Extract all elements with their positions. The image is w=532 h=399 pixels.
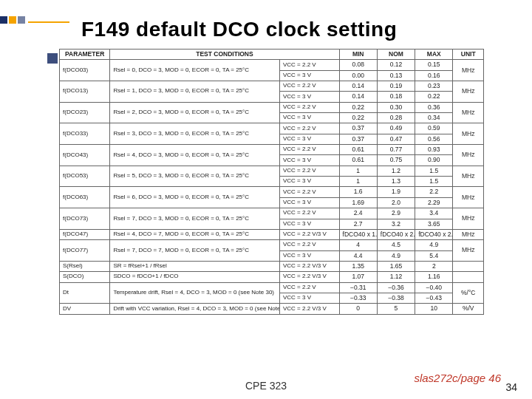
table-row: f(DCO53)Rsel = 5, DCO = 3, MOD = 0, ECOR… [60,166,484,176]
cell-unit: MHz [453,187,484,208]
cell-nom: 1.65 [377,261,415,271]
cell-vcc: VCC = 2.2 V [279,208,339,219]
cell-nom: 0.47 [377,134,415,144]
cell-vcc: VCC = 2.2 V [279,240,339,250]
cell-nom: 0.18 [377,92,415,102]
cell-nom: 0.13 [377,70,415,81]
cell-min: −0.33 [339,293,377,303]
cell-max: 0.93 [415,145,453,155]
cell-min: 1 [339,177,377,187]
accent-line [28,21,69,23]
cell-nom: −0.36 [377,282,415,293]
accent-square [18,16,25,24]
accent-decor [0,16,69,24]
cell-param: f(DCO47) [60,229,110,239]
cell-min: 1.6 [339,187,377,197]
cell-cond: Drift with VCC variation, Rsel = 4, DCO … [110,304,280,314]
th-max: MAX [415,50,453,60]
cell-min: 0 [339,304,377,314]
cell-max: 2.29 [415,197,453,208]
cell-vcc: VCC = 2.2 V/3 V [279,229,339,239]
cell-param: f(DCO43) [60,145,110,166]
cell-param: f(DCO33) [60,123,110,145]
cell-nom: 2.9 [377,208,415,219]
th-parameter: PARAMETER [60,50,110,60]
cell-max: 0.59 [415,123,453,134]
cell-nom: 5 [377,304,415,314]
cell-max: 0.90 [415,155,453,166]
cell-param: f(DCO77) [60,240,110,262]
cell-vcc: VCC = 3 V [279,113,339,123]
table-row: f(DCO47)Rsel = 4, DCO = 7, MOD = 0, ECOR… [60,229,484,239]
cell-vcc: VCC = 2.2 V [279,166,339,176]
doc-reference: slas272c/page 46 [414,372,501,384]
cell-max: 0.34 [415,113,453,123]
cell-vcc: VCC = 2.2 V [279,145,339,155]
cell-vcc: VCC = 2.2 V [279,81,339,92]
cell-unit: MHz [453,208,484,230]
cell-nom: 0.28 [377,113,415,123]
table-row: DVDrift with VCC variation, Rsel = 4, DC… [60,304,484,314]
accent-square [9,16,16,24]
cell-min: 0.08 [339,60,377,70]
cell-min: 0.61 [339,145,377,155]
cell-nom: 0.77 [377,145,415,155]
cell-nom: 0.30 [377,102,415,112]
table-row: f(DCO33)Rsel = 3, DCO = 3, MOD = 0, ECOR… [60,123,484,134]
cell-unit: MHz [453,240,484,262]
cell-vcc: VCC = 2.2 V [279,60,339,70]
bullet-icon [47,53,58,64]
cell-max: 0.56 [415,134,453,144]
th-conditions: TEST CONDITIONS [110,50,339,60]
cell-unit: %/°C [453,282,484,304]
cell-max: −0.43 [415,293,453,303]
cell-max: 0.22 [415,92,453,102]
cell-min: 1.07 [339,272,377,282]
cell-unit: MHz [453,60,484,81]
cell-min: 2.7 [339,219,377,229]
cell-min: 0.14 [339,92,377,102]
cell-nom: 1.3 [377,177,415,187]
cell-cond: Rsel = 1, DCO = 3, MOD = 0, ECOR = 0, TA… [110,81,280,103]
cell-cond: Temperature drift, Rsel = 4, DCO = 3, MO… [110,282,280,304]
cell-min: 0.22 [339,102,377,112]
cell-min: fDCO40 x 1.7 [339,229,377,239]
table-row: f(DCO23)Rsel = 2, DCO = 3, MOD = 0, ECOR… [60,102,484,112]
cell-max: 0.36 [415,102,453,112]
cell-min: −0.31 [339,282,377,293]
cell-min: 0.22 [339,113,377,123]
cell-param: S(DCO) [60,272,110,282]
cell-vcc: VCC = 2.2 V [279,102,339,112]
cell-vcc: VCC = 3 V [279,70,339,81]
cell-cond: Rsel = 4, DCO = 3, MOD = 0, ECOR = 0, TA… [110,145,280,166]
table-row: f(DCO13)Rsel = 1, DCO = 3, MOD = 0, ECOR… [60,81,484,92]
cell-min: 0.37 [339,123,377,134]
cell-param: S(Rsel) [60,261,110,271]
cell-min: 0.37 [339,134,377,144]
cell-min: 0.00 [339,70,377,81]
cell-cond: Rsel = 4, DCO = 7, MOD = 0, ECOR = 0, TA… [110,229,280,239]
cell-cond: Rsel = 2, DCO = 3, MOD = 0, ECOR = 0, TA… [110,102,280,123]
cell-nom: 2.0 [377,197,415,208]
th-min: MIN [339,50,377,60]
cell-max: 1.16 [415,272,453,282]
cell-max: fDCO40 x 2.5 [415,229,453,239]
cell-nom: 0.49 [377,123,415,134]
table-row: DtTemperature drift, Rsel = 4, DCO = 3, … [60,282,484,293]
cell-max: 1.5 [415,166,453,176]
table-row: f(DCO73)Rsel = 7, DCO = 3, MOD = 0, ECOR… [60,208,484,219]
cell-min: 0.14 [339,81,377,92]
cell-vcc: VCC = 2.2 V [279,282,339,293]
cell-unit: MHz [453,102,484,123]
cell-param: f(DCO23) [60,102,110,123]
cell-nom: 1.2 [377,166,415,176]
spec-table: PARAMETER TEST CONDITIONS MIN NOM MAX UN… [59,49,484,315]
cell-param: f(DCO03) [60,60,110,81]
cell-param: f(DCO53) [60,166,110,187]
cell-vcc: VCC = 2.2 V/3 V [279,261,339,271]
table-row: f(DCO43)Rsel = 4, DCO = 3, MOD = 0, ECOR… [60,145,484,155]
cell-cond: Rsel = 7, DCO = 7, MOD = 0, ECOR = 0, TA… [110,240,280,262]
cell-unit: MHz [453,123,484,145]
table-row: f(DCO63)Rsel = 6, DCO = 3, MOD = 0, ECOR… [60,187,484,197]
cell-vcc: VCC = 3 V [279,250,339,261]
